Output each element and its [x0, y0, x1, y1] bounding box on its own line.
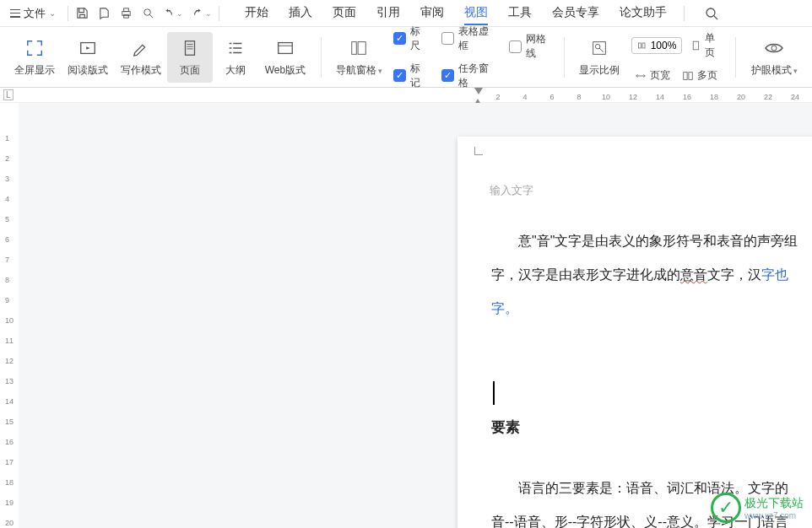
checkbox-icon: [441, 69, 454, 82]
document-page[interactable]: 输入文字 意"音"文字是由表义的象形符号和表音的声旁组 字，汉字是由表形文字进化…: [457, 137, 812, 528]
checkbox-icon: [441, 32, 454, 45]
svg-rect-6: [186, 41, 195, 56]
tableframe-checkbox[interactable]: 表格虚框: [441, 24, 497, 53]
tab-member[interactable]: 会员专享: [542, 0, 609, 26]
one-page-button[interactable]: 单页: [687, 30, 727, 62]
tab-review[interactable]: 审阅: [410, 0, 454, 26]
paragraph[interactable]: 字。: [491, 292, 812, 326]
svg-rect-7: [279, 43, 293, 54]
svg-rect-16: [689, 72, 692, 79]
tab-reference[interactable]: 引用: [366, 0, 410, 26]
paragraph[interactable]: 意"音"文字是由表义的象形符号和表音的声旁组: [491, 224, 812, 258]
divider: [219, 6, 219, 21]
svg-rect-13: [642, 43, 645, 48]
tab-insert[interactable]: 插入: [279, 0, 322, 26]
paragraph[interactable]: 字，汉字是由表形文字进化成的意音文字，汉字也: [491, 258, 812, 292]
print-icon[interactable]: [119, 7, 133, 20]
svg-rect-9: [358, 42, 365, 55]
multi-page-button[interactable]: 多页: [679, 67, 721, 84]
chevron-down-icon: ⌄: [205, 9, 212, 18]
divider: [735, 37, 736, 78]
read-mode-button[interactable]: 阅读版式: [62, 32, 115, 83]
page-width-button[interactable]: 页宽: [631, 67, 674, 84]
taskpane-checkbox[interactable]: 任务窗格: [441, 62, 497, 90]
fullscreen-button[interactable]: 全屏显示: [8, 32, 62, 83]
svg-point-3: [143, 9, 150, 16]
workspace: 输入文字 意"音"文字是由表义的象形符号和表音的声旁组 字，汉字是由表形文字进化…: [19, 103, 812, 528]
file-menu[interactable]: 文件 ⌄: [5, 4, 61, 23]
svg-point-17: [771, 46, 777, 51]
checkbox-icon: [393, 32, 406, 45]
watermark: ✓ 极光下载站 www.xz7.com: [711, 493, 804, 523]
tab-start[interactable]: 开始: [235, 0, 279, 26]
hamburger-icon: [10, 9, 20, 18]
svg-rect-12: [638, 43, 641, 48]
svg-rect-1: [123, 8, 128, 12]
save-as-icon[interactable]: [97, 7, 111, 20]
ruler-checkbox[interactable]: 标尺: [393, 24, 430, 53]
spell-error[interactable]: 意音: [680, 267, 707, 282]
page-corner-mark: [474, 147, 483, 155]
divider: [684, 6, 685, 21]
search-icon[interactable]: [705, 7, 718, 20]
divider: [68, 6, 68, 21]
show-ratio-button[interactable]: 显示比例: [573, 32, 626, 83]
redo-button[interactable]: ⌄: [192, 8, 212, 19]
divider: [321, 37, 322, 78]
tab-tools[interactable]: 工具: [498, 0, 542, 26]
vertical-ruler[interactable]: 1234567891011121314151617181920: [2, 127, 17, 528]
divider: [564, 37, 565, 78]
undo-button[interactable]: ⌄: [163, 8, 183, 19]
text-cursor: [493, 381, 495, 405]
save-icon[interactable]: [75, 7, 89, 20]
svg-rect-8: [352, 42, 357, 55]
ribbon-tabs: 开始 插入 页面 引用 审阅 视图 工具 会员专享 论文助手: [235, 0, 677, 26]
page-view-button[interactable]: 页面: [167, 32, 213, 83]
ruler-corner: L: [3, 89, 14, 100]
checkbox-icon: [393, 69, 406, 82]
gridlines-checkbox[interactable]: 网格线: [509, 32, 555, 61]
horizontal-ruler[interactable]: L 24681012141618202224: [0, 88, 812, 103]
marks-checkbox[interactable]: 标记: [393, 62, 430, 90]
chevron-down-icon: ▾: [378, 67, 382, 75]
svg-point-4: [706, 8, 715, 17]
svg-rect-15: [683, 72, 686, 79]
heading[interactable]: 要素: [491, 410, 812, 446]
outline-button[interactable]: 大纲: [213, 32, 258, 83]
chevron-down-icon: ▾: [793, 67, 798, 75]
zoom-field[interactable]: 100%: [631, 37, 683, 54]
tab-view[interactable]: 视图: [454, 0, 498, 26]
tab-paper-assistant[interactable]: 论文助手: [609, 0, 677, 26]
hyperlink[interactable]: 字也: [761, 267, 788, 282]
header-placeholder[interactable]: 输入文字: [490, 183, 533, 198]
tab-page[interactable]: 页面: [322, 0, 366, 26]
chevron-down-icon: ⌄: [49, 8, 56, 18]
watermark-badge-icon: ✓: [711, 493, 741, 523]
eye-care-button[interactable]: 护眼模式▾: [744, 32, 804, 83]
checkbox-icon: [509, 40, 522, 53]
nav-pane-button[interactable]: 导航窗格▾: [330, 32, 389, 83]
print-preview-icon[interactable]: [141, 7, 154, 20]
chevron-down-icon: ⌄: [176, 9, 183, 18]
svg-rect-14: [694, 41, 699, 50]
document-content[interactable]: 意"音"文字是由表义的象形符号和表音的声旁组 字，汉字是由表形文字进化成的意音文…: [457, 152, 812, 528]
file-label: 文件: [24, 6, 46, 21]
web-layout-button[interactable]: Web版式: [258, 32, 311, 83]
write-mode-button[interactable]: 写作模式: [115, 32, 168, 83]
